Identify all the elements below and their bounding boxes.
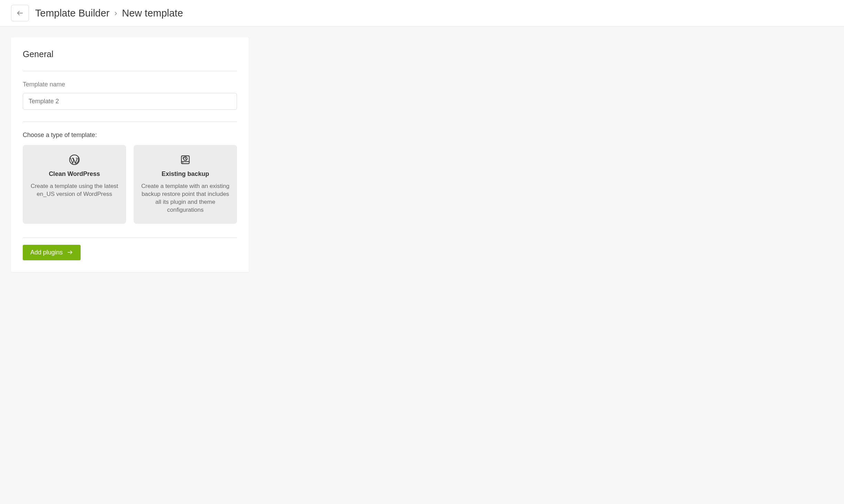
page-header: Template Builder › New template	[0, 0, 844, 27]
choose-type-label: Choose a type of template:	[23, 132, 237, 139]
breadcrumb-root[interactable]: Template Builder	[35, 8, 110, 19]
divider	[23, 71, 237, 71]
add-plugins-label: Add plugins	[30, 249, 63, 256]
add-plugins-button[interactable]: Add plugins	[23, 245, 81, 260]
section-title: General	[23, 49, 237, 59]
divider	[23, 238, 237, 238]
option-clean-wordpress[interactable]: Clean WordPress Create a template using …	[23, 145, 126, 224]
option-title: Clean WordPress	[30, 170, 119, 178]
option-title: Existing backup	[141, 170, 230, 178]
template-name-input[interactable]	[23, 93, 237, 110]
back-button[interactable]	[11, 5, 29, 21]
svg-point-4	[182, 162, 183, 163]
general-card: General Template name Choose a type of t…	[11, 38, 249, 272]
divider	[23, 122, 237, 122]
template-name-label: Template name	[23, 81, 237, 88]
chevron-right-icon: ›	[114, 8, 117, 18]
template-type-options: Clean WordPress Create a template using …	[23, 145, 237, 224]
content-area: General Template name Choose a type of t…	[0, 27, 844, 283]
arrow-right-icon	[67, 249, 73, 255]
breadcrumb-current: New template	[122, 8, 183, 19]
wordpress-icon	[30, 153, 119, 166]
option-existing-backup[interactable]: Existing backup Create a template with a…	[134, 145, 237, 224]
option-description: Create a template using the latest en_US…	[30, 182, 119, 198]
arrow-left-icon	[16, 9, 24, 17]
breadcrumb: Template Builder › New template	[35, 8, 183, 19]
backup-icon	[141, 153, 230, 166]
option-description: Create a template with an existing backu…	[141, 182, 230, 214]
